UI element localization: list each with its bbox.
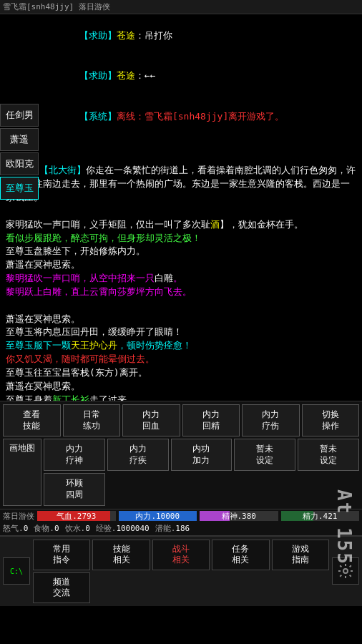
tab-skills[interactable]: 技能相关: [92, 540, 150, 570]
top-bar: 雪飞霜[snh48jjy] 落日游侠: [0, 0, 362, 14]
sidebar-btn-ouyangke[interactable]: 欧阳克: [0, 152, 39, 175]
status-stats-row: 怒气.0 食物.0 饮水.0 经验.1000040 潜能.186: [3, 523, 359, 534]
mp-bar: 内力.10000: [119, 511, 197, 521]
btn-inner-boost[interactable]: 内功加力: [171, 439, 233, 471]
tab-guide[interactable]: 游戏指南: [272, 540, 329, 570]
topbar-text: 雪飞霜[snh48jjy] 落日游侠: [3, 2, 110, 11]
stat-food: 食物.0: [34, 523, 59, 534]
nav-tabs: 常用指令 技能相关 战斗相关 任务相关 游戏指南 频道交流: [33, 540, 329, 603]
at155-overlay: At 155: [333, 489, 355, 565]
stat-water: 饮水.0: [65, 523, 90, 534]
log-line: 【系统】离线：雪飞霜[snh48jjy]离开游戏了。: [46, 97, 359, 137]
sidebar-btn-renjiannan[interactable]: 任剑男: [0, 104, 39, 127]
log-line: 萧遥在冥神思索。: [6, 313, 356, 326]
log-line: 至尊玉将内息压回丹田，缓缓睁开了眼睛！: [6, 326, 356, 339]
log-line: 【求助】苍途：←←: [46, 57, 359, 97]
btn-unset1[interactable]: 暂未设定: [234, 439, 295, 471]
tab-combat[interactable]: 战斗相关: [152, 540, 210, 570]
chat-log: 任剑男 萧遥 欧阳克 至尊玉 【求助】苍途：吊打你 【求助】苍途：←← 【系统】…: [0, 14, 362, 401]
action-row2: 内力疗神 内力疗疾 内功加力 暂未设定 暂未设定 环顾四周: [44, 439, 359, 505]
log-line: 你又饥又渴，随时都可能晕倒过去。: [6, 353, 356, 366]
btn-mp-hp[interactable]: 内力回血: [122, 404, 180, 436]
hp-bar: 气血.2793: [37, 511, 116, 521]
sidebar-btn-xiaoyao[interactable]: 萧遥: [0, 128, 39, 151]
player-name-label: 落日游侠: [3, 511, 34, 522]
hp-bar-text: 气血.2793: [37, 511, 116, 521]
log-line: 黎明跃上白雕，直上云霄向莎萝坪方向飞去。: [6, 286, 356, 299]
stat-nuqi: 怒气.0: [3, 523, 28, 534]
sidebar: 任剑男 萧遥 欧阳克 至尊玉: [0, 104, 41, 200]
btn-mp-heal[interactable]: 内力疗伤: [242, 404, 300, 436]
log-line: 萧遥在冥神思索。: [6, 380, 356, 394]
btn-mp-sp[interactable]: 内力回精: [182, 404, 240, 436]
log-line: 【北大街】你走在一条繁忙的街道上，看着操着南腔北调的人们行色匆匆，许多人都往南边…: [6, 150, 356, 218]
tab-common-commands[interactable]: 常用指令: [33, 540, 90, 570]
tab-channel[interactable]: 频道交流: [33, 572, 90, 603]
status-main-row: 落日游侠 气血.2793 内力.10000 精神.380 精力.421: [3, 511, 359, 522]
log-line: 【求助】苍途：吊打你: [46, 16, 359, 57]
log-line: [46, 137, 359, 151]
bottom-nav: C:\ 常用指令 技能相关 战斗相关 任务相关 游戏指南 频道交流: [0, 535, 362, 606]
btn-mp-disease[interactable]: 内力疗疾: [107, 439, 169, 471]
btn-mp-spirit[interactable]: 内力疗神: [44, 439, 105, 471]
btn-view-skills[interactable]: 查看技能: [3, 404, 61, 436]
log-line: 至尊玉身着新丁长衫走了过来。: [6, 394, 356, 401]
sp-bar: 精神.380: [200, 511, 278, 521]
sp-bar-text: 精神.380: [200, 511, 278, 521]
map-section: 画地图 内力疗神 内力疗疾 内功加力 暂未设定 暂未设定 环顾四周: [3, 439, 359, 505]
btn-look-around[interactable]: 环顾四周: [44, 473, 105, 505]
status-bar: 落日游侠 气血.2793 内力.10000 精神.380 精力.421 怒气.0…: [0, 509, 362, 535]
log-line: 黎明猛吹一声口哨，从空中招来一只白雕。: [6, 272, 356, 286]
cmd-prompt-icon[interactable]: C:\: [3, 557, 30, 585]
action-area: 查看技能 日常练功 内力回血 内力回精 内力疗伤 切换操作 画地图 内力疗神 内…: [0, 401, 362, 509]
svg-point-0: [343, 569, 348, 573]
log-line: 至尊玉往至宝昌客栈(东方)离开。: [6, 366, 356, 380]
btn-daily-practice[interactable]: 日常练功: [63, 404, 121, 436]
action-row1: 查看技能 日常练功 内力回血 内力回精 内力疗伤 切换操作: [3, 404, 359, 436]
log-line: 萧遥在冥神思索。: [6, 258, 356, 272]
log-line: 至尊玉盘膝坐下，开始修炼内力。: [6, 245, 356, 258]
btn-switch-op[interactable]: 切换操作: [302, 404, 360, 436]
sidebar-btn-zhizunyu[interactable]: 至尊玉: [0, 177, 39, 200]
mp-bar-text: 内力.10000: [119, 511, 197, 521]
log-line: [6, 299, 356, 313]
btn-unset2[interactable]: 暂未设定: [298, 439, 359, 471]
log-line: 家明猛吹一声口哨，义手矩阻，仅出一叫了多次耻酒】，犹如金杯在手。: [6, 218, 356, 232]
log-line: 至尊玉服下一颗天王护心丹，顿时伤势痊愈！: [6, 339, 356, 353]
map-button[interactable]: 画地图: [3, 439, 41, 505]
stat-exp: 经验.1000040: [96, 523, 150, 534]
stat-potential: 潜能.186: [155, 523, 190, 534]
tab-quest[interactable]: 任务相关: [212, 540, 269, 570]
log-line: 看似步履跟跄，醉态可拘，但身形却灵活之极！: [6, 232, 356, 245]
